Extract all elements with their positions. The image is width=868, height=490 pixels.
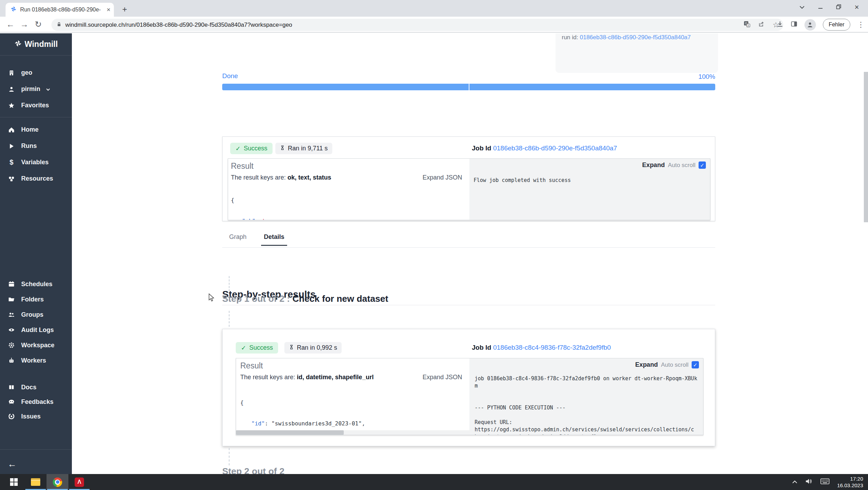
step1-expand-json-button[interactable]: Expand JSON [423,374,462,381]
volume-icon[interactable] [805,478,813,486]
flow-connector-line [229,311,229,327]
check-icon: ✓ [241,344,246,352]
sidebar-item-workspace-geo[interactable]: geo [0,65,72,81]
windmill-favicon-icon [10,6,17,14]
collapse-sidebar-button[interactable]: ← [0,454,72,474]
sidebar-item-workspace-settings[interactable]: Workspace [0,338,72,353]
taskbar-file-explorer[interactable] [25,474,47,490]
window-chevron-down-icon[interactable] [799,4,805,10]
step1-result-json: { "id": "swissboundaries3d_2023-01", "da… [240,385,469,435]
chrome-icon [53,477,62,487]
tab-close-icon[interactable]: × [107,6,110,14]
window-restore-button[interactable] [836,4,841,11]
back-icon[interactable]: ← [3,19,17,29]
windmill-logo[interactable]: Windmill [0,33,72,56]
expand-button[interactable]: Expand [635,361,658,368]
error-status-button[interactable]: Fehler [823,19,850,31]
flow-result-card: ✓ Success Ran in 9,711 s Job Id 0186eb38… [222,136,715,221]
side-panel-icon[interactable] [791,20,798,29]
horizontal-scrollbar[interactable] [236,430,470,435]
step1-job-id: Job Id 0186eb38-c8c4-9836-f78c-32fa2def9… [472,344,611,351]
sidebar-item-label: Variables [21,159,49,166]
discord-icon [8,398,15,405]
main-content: run id: 0186eb38-c86b-d590-290e-f5d350a8… [72,33,868,474]
hourglass-icon [280,145,285,152]
flow-result-json: { "ok": true, "text": "ok", "status": 20… [231,183,285,220]
sidebar-item-feedbacks[interactable]: Feedbacks [0,395,72,409]
taskbar-chrome[interactable] [47,474,68,490]
expand-button[interactable]: Expand [642,161,665,169]
sidebar-item-label: Favorites [21,102,49,109]
sidebar-item-user[interactable]: pirmin [0,81,72,97]
users-icon [8,311,15,318]
sidebar-item-home[interactable]: Home [0,122,72,138]
new-tab-button[interactable]: + [119,4,130,15]
sidebar-item-groups[interactable]: Groups [0,307,72,322]
autoscroll-checkbox[interactable]: ✓ [692,361,699,368]
vertical-scrollbar-thumb[interactable] [864,72,868,222]
sidebar-item-audit-logs[interactable]: Audit Logs [0,322,72,338]
flow-expand-json-button[interactable]: Expand JSON [423,174,462,181]
horizontal-scrollbar-thumb[interactable] [236,430,344,435]
file-explorer-icon [31,478,40,486]
sidebar-item-issues[interactable]: Issues [0,409,72,424]
autoscroll-checkbox[interactable]: ✓ [699,161,706,169]
cubes-icon [8,175,15,182]
window-minimize-button[interactable] [818,4,823,10]
address-bar[interactable]: windmill.sourcepole.ch/run/0186eb38-c86b… [51,19,783,31]
sidebar-item-folders[interactable]: Folders [0,292,72,307]
run-id-value[interactable]: 0186eb38-c86b-d590-290e-f5d350a840a7 [580,34,691,41]
browser-menu-icon[interactable]: ⋮ [857,20,865,29]
tab-details[interactable]: Details [261,233,287,246]
sidebar-item-label: Resources [21,175,53,182]
screen: Run 0186eb38-c86b-d590-290e- × + × ← → ↻… [0,0,868,490]
sidebar-item-favorites[interactable]: Favorites [0,97,72,114]
step1-log-text: job 0186eb38-c8c4-9836-f78c-32fa2def9fb0… [475,375,699,435]
reload-icon[interactable]: ↻ [31,19,45,29]
tray-chevron-up-icon[interactable] [792,479,798,485]
step1-job-id-link[interactable]: 0186eb38-c8c4-9836-f78c-32fa2def9fb0 [493,344,611,351]
sidebar-item-schedules[interactable]: Schedules [0,276,72,292]
download-icon[interactable] [776,20,784,29]
window-close-button[interactable]: × [854,3,859,12]
progress-percent: 100% [687,73,715,81]
sidebar-divider [0,449,72,450]
flow-job-id-link[interactable]: 0186eb38-c86b-d590-290e-f5d350a840a7 [493,144,617,152]
tabs-border [222,247,715,248]
sidebar-item-label: Workers [21,357,46,364]
start-button[interactable] [3,474,25,490]
forward-icon[interactable]: → [17,19,31,29]
check-icon: ✓ [235,145,241,152]
profile-avatar[interactable] [804,19,816,31]
sidebar-item-label: Folders [21,296,44,303]
taskbar-clock[interactable]: 17:20 16.03.2023 [837,475,863,489]
translate-icon[interactable]: G文 [744,21,750,29]
step1-result-box: Result The result keys are: id, datetime… [236,358,703,435]
sidebar: Windmill geo pirmin Favorites Home [0,33,72,474]
flow-success-badge: ✓ Success [230,143,273,154]
acrobat-icon: Λ [75,477,84,487]
sidebar-item-label: pirmin [21,85,40,93]
progress-status: Done [222,72,238,80]
star-icon [8,102,15,109]
sidebar-item-docs[interactable]: Docs [0,380,72,395]
result-label: Result [231,161,253,171]
flow-expand-controls: Expand Auto scroll ✓ [642,161,706,169]
book-icon [8,384,15,391]
sidebar-item-label: Workspace [21,342,55,349]
browser-tab[interactable]: Run 0186eb38-c86b-d590-290e- × [6,3,114,17]
sidebar-item-label: Home [21,126,39,133]
sidebar-divider [0,117,72,117]
browser-titlebar: Run 0186eb38-c86b-d590-290e- × + × [0,0,868,17]
brand-name: Windmill [25,40,58,49]
sidebar-item-variables[interactable]: $ Variables [0,154,72,171]
sidebar-item-resources[interactable]: Resources [0,171,72,187]
share-icon[interactable] [758,21,765,29]
taskbar-acrobat[interactable]: Λ [68,474,90,490]
keyboard-icon[interactable] [820,478,829,486]
url-text: windmill.sourcepole.ch/run/0186eb38-c86b… [65,22,744,28]
sidebar-item-runs[interactable]: Runs [0,138,72,154]
divider [222,305,715,305]
sidebar-item-workers[interactable]: Workers [0,353,72,368]
tab-graph[interactable]: Graph [229,233,247,246]
